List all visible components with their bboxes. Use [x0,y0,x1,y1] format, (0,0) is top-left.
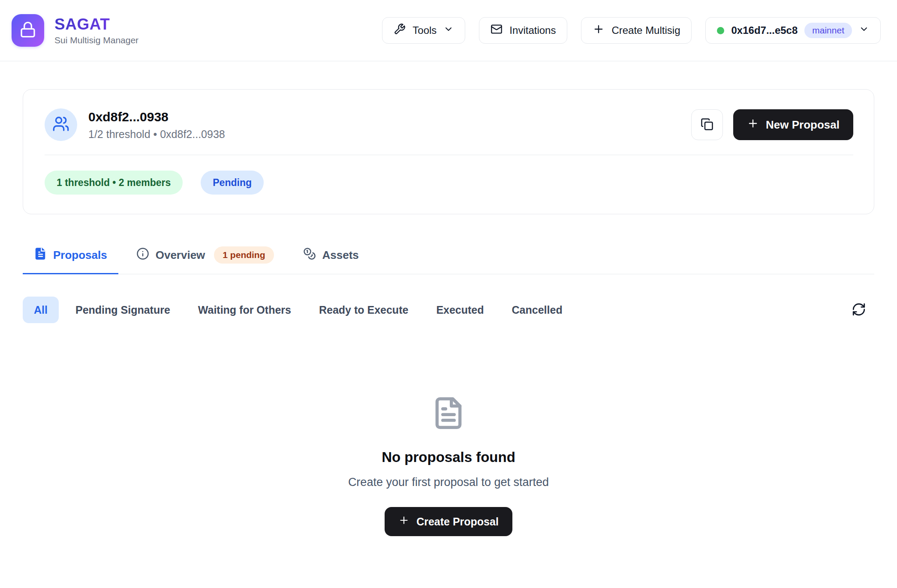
info-icon [136,247,149,263]
new-proposal-button-label: New Proposal [766,118,840,132]
wallet-status-dot [717,27,724,34]
app-title: SAGAT [54,15,138,34]
users-icon [52,115,69,134]
tab-overview[interactable]: Overview 1 pending [125,243,285,274]
multisig-avatar [45,108,77,141]
filter-ready-to-execute[interactable]: Ready to Execute [308,297,419,323]
create-proposal-button-label: Create Proposal [416,516,499,528]
filter-cancelled[interactable]: Cancelled [501,297,574,323]
multisig-heading: 0xd8f2...0938 1/2 threshold • 0xd8f2...0… [88,109,225,141]
tab-proposals-label: Proposals [53,249,107,262]
badge-row: 1 threshold • 2 members Pending [45,171,853,195]
create-multisig-button[interactable]: Create Multisig [581,17,692,44]
brand: SAGAT Sui Multisig Manager [12,14,138,47]
new-proposal-button[interactable]: New Proposal [733,109,853,140]
main-content: 0xd8f2...0938 1/2 threshold • 0xd8f2...0… [0,89,897,536]
wallet-address: 0x16d7...e5c8 [731,24,798,36]
multisig-card: 0xd8f2...0938 1/2 threshold • 0xd8f2...0… [23,89,874,214]
file-text-icon [34,247,47,263]
tab-overview-label: Overview [156,249,205,262]
refresh-button[interactable] [849,300,869,320]
status-badge: Pending [201,171,264,195]
brand-text: SAGAT Sui Multisig Manager [54,15,138,46]
plus-icon [593,23,605,38]
card-divider [45,155,853,155]
tab-proposals[interactable]: Proposals [23,243,118,274]
filter-waiting-for-others[interactable]: Waiting for Others [187,297,302,323]
invitations-button[interactable]: Invitations [479,17,567,44]
create-proposal-button[interactable]: Create Proposal [385,507,512,536]
file-text-icon [431,396,466,432]
multisig-subtitle: 1/2 threshold • 0xd8f2...0938 [88,128,225,141]
chevron-down-icon [443,24,454,37]
invitations-button-label: Invitations [509,24,556,36]
filter-all[interactable]: All [23,297,59,323]
copy-address-button[interactable] [691,109,723,140]
app-header: SAGAT Sui Multisig Manager Tools [0,0,897,61]
tab-bar: Proposals Overview 1 pending [23,243,874,274]
wallet-selector[interactable]: 0x16d7...e5c8 mainnet [705,17,881,44]
lock-icon [19,21,36,40]
multisig-card-header: 0xd8f2...0938 1/2 threshold • 0xd8f2...0… [45,108,853,141]
coins-icon [303,247,316,263]
refresh-icon [852,302,866,318]
wrench-icon [394,23,406,38]
tools-button[interactable]: Tools [382,17,465,44]
mail-icon [491,23,503,38]
tab-assets[interactable]: Assets [292,243,370,274]
empty-state: No proposals found Create your first pro… [23,396,874,536]
multisig-title: 0xd8f2...0938 [88,109,225,125]
header-actions: Tools Invitations [382,17,881,44]
pending-count-badge: 1 pending [214,246,274,264]
filter-bar: All Pending Signature Waiting for Others… [23,297,874,323]
filter-executed[interactable]: Executed [425,297,495,323]
create-multisig-button-label: Create Multisig [611,24,680,36]
members-badge: 1 threshold • 2 members [45,171,183,195]
plus-icon [398,515,409,528]
app-subtitle: Sui Multisig Manager [54,35,138,45]
empty-state-title: No proposals found [382,449,515,465]
app-logo [12,14,44,47]
tools-button-label: Tools [412,24,436,36]
empty-state-subtitle: Create your first proposal to get starte… [348,476,549,489]
chevron-down-icon [859,24,869,37]
tab-assets-label: Assets [322,249,359,262]
plus-icon [747,117,759,132]
copy-icon [701,118,713,132]
network-badge: mainnet [804,23,852,38]
page: SAGAT Sui Multisig Manager Tools [0,0,897,588]
filter-pending-signature[interactable]: Pending Signature [64,297,181,323]
